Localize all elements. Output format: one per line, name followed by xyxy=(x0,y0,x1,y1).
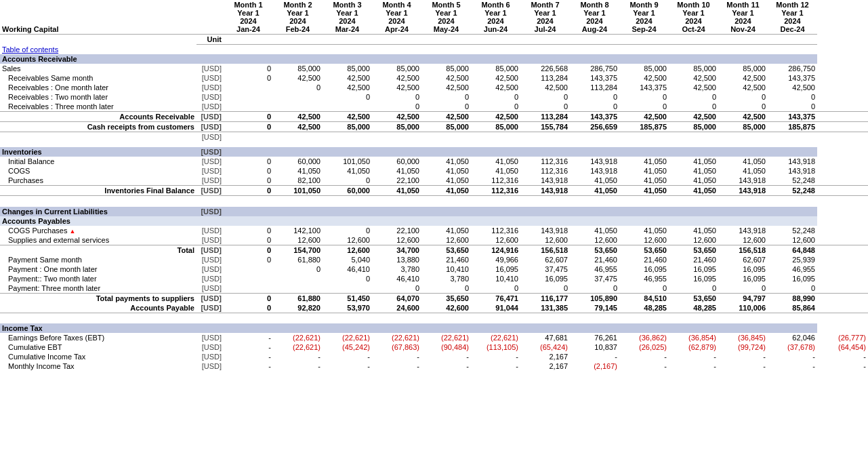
inventories-section-header: Inventories [USD] xyxy=(0,147,868,157)
accounts-payables-subsection-header: Accounts Payables xyxy=(0,216,868,226)
monthly-income-tax-row: Monthly Income Tax [USD] - - - - - - 2,1… xyxy=(0,361,868,371)
sales-row: Sales [USD] 0 85,000 85,000 85,000 85,00… xyxy=(0,64,868,73)
month10-header: Month 10Year 12024Oct-24 xyxy=(669,0,718,35)
month12-header: Month 12Year 12024Dec-24 xyxy=(768,0,817,35)
total-row: Total [USD] 0 154,700 12,600 34,700 53,6… xyxy=(0,245,868,255)
month9-header: Month 9Year 12024Sep-24 xyxy=(619,0,669,35)
cogs-purchases-row: COGS Purchases ▲ [USD] 0 142,100 0 22,10… xyxy=(0,226,868,235)
month3-header: Month 3Year 12024Mar-24 xyxy=(323,0,372,35)
month11-header: Month 11Year 12024Nov-24 xyxy=(718,0,768,35)
header-row: Working Capital Month 1Year 12024Jan-24 … xyxy=(0,0,868,35)
changes-liabilities-section-header: Changes in Current Liabilities [USD] xyxy=(0,207,868,216)
red-marker: ▲ xyxy=(69,228,75,235)
supplies-row: Supplies and external services [USD] 0 1… xyxy=(0,235,868,245)
month6-header: Month 6Year 12024Jun-24 xyxy=(471,0,520,35)
accounts-receivable-total-row: Accounts Receivable [USD] 0 42,500 42,50… xyxy=(0,112,868,122)
purchases-row: Purchases [USD] 0 82,100 0 22,100 41,050… xyxy=(0,176,868,186)
toc-row: Table of contents xyxy=(0,45,868,55)
cogs-row: COGS [USD] 0 41,050 41,050 41,050 41,050… xyxy=(0,166,868,176)
receivables-same-month-row: Receivables Same month [USD] 0 42,500 42… xyxy=(0,73,868,83)
page-title: Working Capital xyxy=(0,0,197,35)
spreadsheet-container: Working Capital Month 1Year 12024Jan-24 … xyxy=(0,0,868,371)
initial-balance-row: Initial Balance [USD] 0 60,000 101,050 6… xyxy=(0,157,868,166)
spacer1 xyxy=(0,142,868,147)
payment-one-month-row: Payment : One month later [USD] 0 46,410… xyxy=(0,264,868,274)
spacer2 xyxy=(0,196,868,201)
month8-header: Month 8Year 12024Aug-24 xyxy=(570,0,619,35)
month2-header: Month 2Year 12024Feb-24 xyxy=(273,0,323,35)
inventories-final-balance-row: Inventories Final Balance [USD] 0 101,05… xyxy=(0,186,868,196)
month4-header: Month 4Year 12024Apr-24 xyxy=(372,0,421,35)
cumulative-ebt-row: Cumulative EBT [USD] - (22,621) (45,242)… xyxy=(0,342,868,352)
payment-three-month-row: Payment: Three month later [USD] 0 0 0 0… xyxy=(0,283,868,294)
total-payments-suppliers-row: Total payments to suppliers [USD] 0 61,8… xyxy=(0,293,868,303)
usd-spacer-row: [USD] xyxy=(0,132,868,142)
payment-two-month-row: Payment:: Two month later [USD] 0 46,410… xyxy=(0,274,868,283)
accounts-payable-total-row: Accounts Payable [USD] 0 92,820 53,970 2… xyxy=(0,303,868,313)
receivables-one-month-row: Receivables : One month later [USD] 0 42… xyxy=(0,83,868,92)
spacer5 xyxy=(0,318,868,323)
table-of-contents-link[interactable]: Table of contents xyxy=(2,45,58,54)
spacer4 xyxy=(0,313,868,318)
receivables-three-month-row: Receivables : Three month later [USD] 0 … xyxy=(0,102,868,112)
spacer3 xyxy=(0,201,868,207)
cumulative-income-tax-row: Cumulative Income Tax [USD] - - - - - - … xyxy=(0,352,868,361)
ebt-row: Earnings Before Taxes (EBT) [USD] - (22,… xyxy=(0,333,868,342)
payment-same-month-row: Payment Same month [USD] 0 61,880 5,040 … xyxy=(0,255,868,264)
month5-header: Month 5Year 12024May-24 xyxy=(421,0,471,35)
cash-receipts-row: Cash receipts from customers [USD] 0 42,… xyxy=(0,122,868,132)
accounts-receivable-section-header: Accounts Receivable xyxy=(0,54,868,64)
income-tax-section-header: Income Tax xyxy=(0,323,868,333)
month1-header: Month 1Year 12024Jan-24 xyxy=(224,0,273,35)
month7-header: Month 7Year 12024Jul-24 xyxy=(520,0,570,35)
receivables-two-month-row: Receivables : Two month later [USD] 0 0 … xyxy=(0,92,868,102)
unit-label-row: Unit xyxy=(0,35,868,45)
unit-header xyxy=(197,0,224,35)
